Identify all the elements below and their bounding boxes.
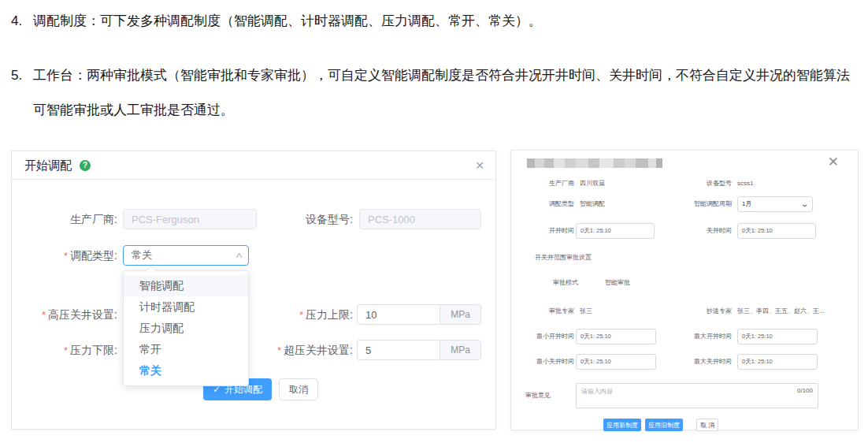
dispatch-type-dropdown: 智能调配 计时器调配 压力调配 常开 常关 xyxy=(123,270,249,386)
form-row: 审批意见 请输入内容 0/100 xyxy=(511,382,858,409)
form-row: *高压关井设置: *压力上限: MPa xyxy=(12,304,495,325)
min-close-time-input[interactable] xyxy=(576,354,656,370)
dialog-header: 开始调配 ? ✕ xyxy=(12,151,495,180)
dropdown-option-always-open[interactable]: 常开 xyxy=(124,339,248,360)
form-row: *压力下限: *超压关井设置: MPa xyxy=(12,340,495,360)
approval-mode-label: 审批模式 xyxy=(511,275,578,291)
form-row: 生产厂商 四川双晨 设备型号 scss1 xyxy=(511,176,858,192)
dispatch-type-label: 调配类型 xyxy=(511,196,574,212)
redacted-title xyxy=(527,158,662,168)
dispatch-type-select[interactable]: 常关 ∧ xyxy=(123,245,249,266)
approval-expert-value: 张三 xyxy=(580,303,592,319)
dropdown-option-pressure[interactable]: 压力调配 xyxy=(124,318,248,339)
close-time-input[interactable] xyxy=(737,223,816,239)
close-icon[interactable]: ✕ xyxy=(475,151,484,180)
min-open-time-input[interactable] xyxy=(576,329,656,344)
required-mark: * xyxy=(299,309,303,321)
dropdown-option-always-closed[interactable]: 常关 xyxy=(124,360,248,382)
form-row: 最小开井时间 最大开井时间 xyxy=(511,329,858,344)
max-close-time-input[interactable] xyxy=(737,354,818,370)
chevron-up-icon: ∧ xyxy=(234,246,243,265)
cancel-button[interactable]: 取 消 xyxy=(696,419,718,431)
section-title: 开关井范围审批设置 xyxy=(535,253,592,262)
chevron-down-icon: ⌄ xyxy=(801,197,810,211)
selected-value: 1月 xyxy=(742,197,751,211)
overpressure-shutin-label: *超压关井设置: xyxy=(272,340,353,361)
close-icon[interactable]: ✕ xyxy=(828,154,839,170)
open-time-input[interactable] xyxy=(576,223,655,239)
smart-cycle-select[interactable]: 1月 ⌄ xyxy=(737,196,813,212)
min-open-time-label: 最小开井时间 xyxy=(511,329,574,344)
max-close-time-label: 最大关井时间 xyxy=(653,354,732,370)
list-item-5: 5. 工作台：两种审批模式（智能审批和专家审批），可自定义智能调配制度是否符合井… xyxy=(11,58,860,128)
help-icon[interactable]: ? xyxy=(80,160,91,171)
list-text: 调配制度：可下发多种调配制度（智能调配、计时器调配、压力调配、常开、常关）。 xyxy=(33,9,542,33)
form-row: 审批专家 张三 抄送专家 张三、李四、王五、赵六、王... xyxy=(511,303,858,319)
form-row: 审批模式 智能审批 xyxy=(511,275,858,291)
char-counter: 0/100 xyxy=(797,387,813,394)
list-item-4: 4. 调配制度：可下发多种调配制度（智能调配、计时器调配、压力调配、常开、常关）… xyxy=(11,9,860,33)
cancel-button[interactable]: 取消 xyxy=(279,378,318,400)
required-mark: * xyxy=(64,250,68,262)
device-model-input xyxy=(359,209,481,229)
max-open-time-input[interactable] xyxy=(737,329,818,344)
approval-mode-value: 智能审批 xyxy=(605,275,630,291)
pressure-upper-group: MPa xyxy=(357,304,481,325)
dialog-title: 开始调配 xyxy=(24,151,72,180)
list-number: 5. xyxy=(11,58,33,128)
cc-experts-label: 抄送专家 xyxy=(653,303,732,319)
form-row: 开井时间 关井时间 xyxy=(511,223,858,239)
textarea-placeholder: 请输入内容 xyxy=(581,387,613,396)
form-row: *调配类型: 常关 ∧ xyxy=(12,245,495,266)
dialog-footer: 应用新制度 应用旧制度 取 消 xyxy=(511,419,858,431)
list-text: 工作台：两种审批模式（智能审批和专家审批），可自定义智能调配制度是否符合井况开井… xyxy=(33,58,860,128)
form-row: 最小关井时间 最大关井时间 xyxy=(511,354,858,370)
manufacturer-label: 生产厂商: xyxy=(12,209,117,229)
unit-addon: MPa xyxy=(440,340,481,360)
device-model-value: scss1 xyxy=(737,176,753,192)
list-number: 4. xyxy=(11,9,33,33)
approval-comment-textarea[interactable]: 请输入内容 0/100 xyxy=(576,383,818,408)
pressure-lower-label: *压力下限: xyxy=(12,340,117,361)
cc-experts-value: 张三、李四、王五、赵六、王... xyxy=(737,303,825,319)
manufacturer-label: 生产厂商 xyxy=(511,176,574,192)
manufacturer-value: 四川双晨 xyxy=(580,176,605,192)
close-time-label: 关井时间 xyxy=(653,223,732,239)
dropdown-option-smart[interactable]: 智能调配 xyxy=(124,275,248,296)
pressure-upper-label: *压力上限: xyxy=(272,304,353,326)
apply-old-policy-button[interactable]: 应用旧制度 xyxy=(645,419,683,431)
device-model-label: 设备型号 xyxy=(653,176,732,192)
form-row: 生产厂商: 设备型号: xyxy=(12,209,495,229)
dispatch-type-label: *调配类型: xyxy=(12,245,117,266)
max-open-time-label: 最大开井时间 xyxy=(653,329,732,344)
document-text: 4. 调配制度：可下发多种调配制度（智能调配、计时器调配、压力调配、常开、常关）… xyxy=(11,9,860,128)
required-mark: * xyxy=(42,309,46,321)
selected-value: 常关 xyxy=(132,246,152,265)
device-model-label: 设备型号: xyxy=(264,209,353,229)
approval-comment-label: 审批意见 xyxy=(511,382,551,409)
overpressure-input[interactable] xyxy=(357,340,440,360)
dispatch-type-value: 智能调配 xyxy=(580,196,605,212)
required-mark: * xyxy=(277,344,281,356)
required-mark: * xyxy=(64,344,68,356)
manufacturer-input xyxy=(123,209,257,229)
form-row: 调配类型 智能调配 智能调配周期 1月 ⌄ xyxy=(511,196,858,214)
high-pressure-shutin-label: *高压关井设置: xyxy=(12,304,117,326)
approval-expert-label: 审批专家 xyxy=(511,303,574,319)
start-dispatch-dialog: 开始调配 ? ✕ 生产厂商: 设备型号: *调配类型: 常关 ∧ *高压关井设置… xyxy=(11,151,496,430)
min-close-time-label: 最小关井时间 xyxy=(511,354,574,370)
overpressure-group: MPa xyxy=(357,340,481,360)
dialog-footer: ✓ 开始调配 取消 xyxy=(12,378,495,400)
approval-review-dialog: ✕ 生产厂商 四川双晨 设备型号 scss1 调配类型 智能调配 智能调配周期 … xyxy=(510,150,859,430)
open-time-label: 开井时间 xyxy=(511,223,574,239)
dropdown-option-timer[interactable]: 计时器调配 xyxy=(124,296,248,318)
pressure-upper-input[interactable] xyxy=(357,304,440,325)
apply-new-policy-button[interactable]: 应用新制度 xyxy=(603,419,641,431)
unit-addon: MPa xyxy=(440,304,481,325)
smart-cycle-label: 智能调配周期 xyxy=(653,196,732,212)
